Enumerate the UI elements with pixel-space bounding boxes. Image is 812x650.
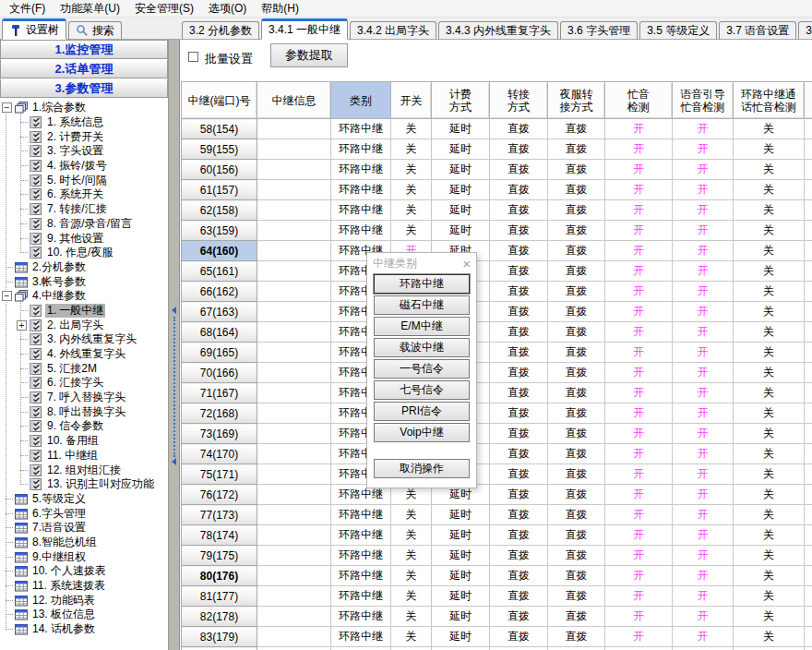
- cell-xfer[interactable]: 直拨: [490, 160, 548, 180]
- cell-pad[interactable]: [805, 586, 812, 607]
- cell-busy[interactable]: 开: [605, 343, 673, 363]
- cell-guide[interactable]: 开: [673, 464, 734, 485]
- cell-loop[interactable]: 关: [734, 241, 805, 261]
- tree-item[interactable]: 10. 个人速拨表: [6, 564, 168, 579]
- menu-item[interactable]: 文件(F): [2, 1, 53, 17]
- cell-xfer[interactable]: 直拨: [490, 607, 548, 627]
- cell-info[interactable]: [257, 525, 331, 546]
- tree-item[interactable]: 13. 板位信息: [6, 608, 168, 622]
- tree-item[interactable]: 12. 功能码表: [6, 593, 168, 608]
- expand-icon[interactable]: +: [17, 320, 27, 331]
- cell-busy[interactable]: 开: [605, 302, 673, 322]
- collapse-icon[interactable]: −: [2, 291, 12, 301]
- cell-pad[interactable]: [805, 119, 812, 139]
- cell-sw[interactable]: 关: [391, 200, 432, 221]
- cell-busy[interactable]: 开: [605, 403, 673, 424]
- cell-loop[interactable]: 关: [734, 403, 805, 424]
- cell-info[interactable]: [257, 485, 331, 505]
- cell-night[interactable]: 直拨: [548, 485, 605, 505]
- cell-pad[interactable]: [805, 444, 812, 464]
- cell-info[interactable]: [257, 383, 331, 403]
- cell-bill[interactable]: 延时: [432, 546, 490, 566]
- cell-loop[interactable]: 关: [734, 343, 805, 363]
- cell-night[interactable]: 直拨: [548, 261, 605, 282]
- tree-item[interactable]: 7. 转接/汇接: [20, 202, 168, 217]
- row-header-cell[interactable]: 74(170): [182, 444, 257, 464]
- cell-night[interactable]: 直拨: [548, 627, 605, 647]
- cell-sw[interactable]: 关: [391, 546, 432, 566]
- cell-xfer[interactable]: 直拨: [490, 363, 548, 383]
- cell-bill[interactable]: 延时: [432, 119, 490, 139]
- cell-guide[interactable]: 开: [673, 180, 734, 200]
- tree-item[interactable]: 5. 汇接2M: [20, 361, 168, 376]
- cell-busy[interactable]: 开: [605, 221, 673, 241]
- cell-busy[interactable]: 开: [605, 282, 673, 302]
- row-header-cell[interactable]: 62(158): [182, 200, 257, 221]
- cell-type[interactable]: 环路中继: [331, 119, 391, 139]
- cell-xfer[interactable]: 直拨: [490, 403, 548, 424]
- cell-type[interactable]: 环路中继: [331, 160, 391, 180]
- sidebar-section-button[interactable]: 1.监控管理: [0, 40, 168, 59]
- column-header-guide[interactable]: 语音引导 忙音检测: [673, 82, 734, 119]
- cell-busy[interactable]: 开: [605, 647, 673, 650]
- cell-night[interactable]: 直拨: [548, 525, 605, 546]
- cell-busy[interactable]: 开: [605, 241, 673, 261]
- cell-guide[interactable]: 开: [673, 221, 734, 241]
- tree-item[interactable]: 5. 时长/间隔: [20, 173, 168, 187]
- tree-item[interactable]: 3. 内外线重复字头: [20, 332, 168, 347]
- cell-guide[interactable]: 开: [673, 546, 734, 566]
- row-header-cell[interactable]: 67(163): [182, 302, 257, 322]
- cell-pad[interactable]: [805, 221, 812, 241]
- cell-busy[interactable]: 开: [605, 607, 673, 627]
- cell-info[interactable]: [257, 444, 331, 464]
- cell-pad[interactable]: [805, 505, 812, 525]
- row-header-cell[interactable]: 63(159): [182, 221, 257, 241]
- cell-night[interactable]: 直拨: [548, 403, 605, 424]
- cell-sw[interactable]: 关: [391, 627, 432, 647]
- cell-busy[interactable]: 开: [605, 424, 673, 444]
- tab-item[interactable]: 3.4.1 一般中继: [261, 18, 348, 40]
- column-header-info[interactable]: 中继信息: [257, 82, 331, 119]
- cell-xfer[interactable]: 直拨: [490, 139, 548, 160]
- cell-busy[interactable]: 开: [605, 627, 673, 647]
- cell-night[interactable]: 直拨: [548, 200, 605, 221]
- cell-info[interactable]: [257, 505, 331, 525]
- tree-item[interactable]: 2.分机参数: [6, 260, 168, 275]
- tree-item[interactable]: 11. 系统速拨表: [6, 579, 168, 594]
- cell-sw[interactable]: 关: [391, 586, 432, 607]
- tree-item[interactable]: 8. 呼出替换字头: [20, 404, 168, 419]
- cell-bill[interactable]: 延时: [432, 160, 490, 180]
- cell-busy[interactable]: 开: [605, 322, 673, 343]
- cell-info[interactable]: [257, 546, 331, 566]
- cell-guide[interactable]: 开: [673, 200, 734, 221]
- tree-item[interactable]: 3.帐号参数: [6, 274, 168, 289]
- cell-pad[interactable]: [805, 647, 812, 650]
- row-header-cell[interactable]: 60(156): [182, 160, 257, 180]
- cell-busy[interactable]: 开: [605, 139, 673, 160]
- cell-info[interactable]: [257, 261, 331, 282]
- row-header-cell[interactable]: 65(161): [182, 261, 257, 282]
- cell-loop[interactable]: 关: [734, 546, 805, 566]
- cell-xfer[interactable]: 直拨: [490, 627, 548, 647]
- cell-pad[interactable]: [805, 485, 812, 505]
- tree-item[interactable]: 4. 振铃/拨号: [20, 159, 168, 174]
- row-header-cell[interactable]: 75(171): [182, 464, 257, 485]
- tree-item[interactable]: 2. 计费开关: [20, 129, 168, 144]
- cell-loop[interactable]: 关: [734, 627, 805, 647]
- cell-info[interactable]: [257, 282, 331, 302]
- popup-option-button[interactable]: 磁石中继: [374, 295, 470, 315]
- cell-type[interactable]: 环路中继: [331, 525, 391, 546]
- row-header-cell[interactable]: 69(165): [182, 343, 257, 363]
- cell-loop[interactable]: 关: [734, 424, 805, 444]
- row-header-cell[interactable]: 81(177): [182, 586, 257, 607]
- cell-pad[interactable]: [805, 424, 812, 444]
- column-header-busy[interactable]: 忙音 检测: [605, 82, 673, 119]
- cell-loop[interactable]: 关: [734, 383, 805, 403]
- tree-item[interactable]: 7. 呼入替换字头: [20, 391, 168, 405]
- column-header-xfer[interactable]: 转接 方式: [490, 82, 548, 119]
- row-header-cell[interactable]: 77(173): [182, 505, 257, 525]
- cell-xfer[interactable]: 直拨: [490, 383, 548, 403]
- cell-pad[interactable]: [805, 180, 812, 200]
- cell-sw[interactable]: 关: [391, 505, 432, 525]
- cell-loop[interactable]: 关: [734, 139, 805, 160]
